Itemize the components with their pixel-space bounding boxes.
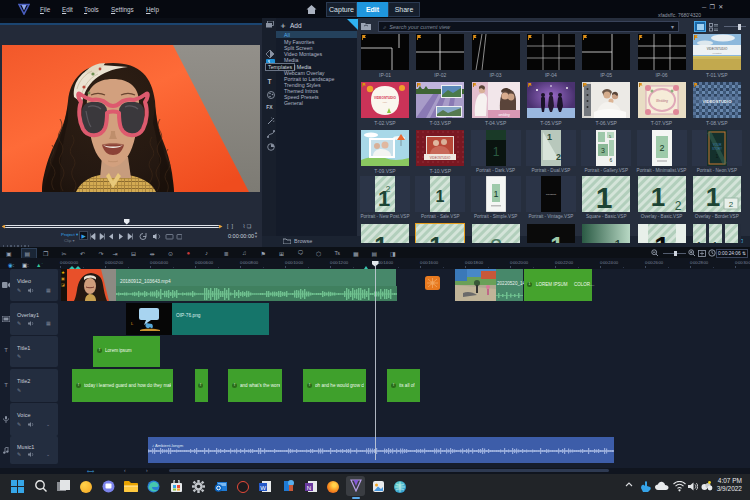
svg-text:1: 1 <box>706 182 720 212</box>
svg-text:VIDEOSTUDIO: VIDEOSTUDIO <box>702 98 732 103</box>
svg-text:2: 2 <box>729 200 734 209</box>
svg-text:2: 2 <box>556 152 561 162</box>
svg-text:wedding: wedding <box>498 112 510 116</box>
svg-text:VIDEOSTUDIO: VIDEOSTUDIO <box>374 96 396 100</box>
svg-text:1: 1 <box>547 132 552 142</box>
svg-text:6: 6 <box>610 157 613 163</box>
svg-text:celebration: celebration <box>712 52 721 54</box>
svg-text:1: 1 <box>493 189 498 199</box>
svg-text:2: 2 <box>489 234 501 244</box>
svg-text:1: 1 <box>695 239 703 244</box>
svg-text:N: N <box>307 485 311 491</box>
svg-text:1: 1 <box>374 232 387 244</box>
svg-text:1: 1 <box>654 231 670 244</box>
svg-text:1: 1 <box>614 237 622 244</box>
svg-text:FlexRem: FlexRem <box>546 193 556 196</box>
svg-text:1: 1 <box>492 145 499 159</box>
svg-text:1: 1 <box>436 188 445 205</box>
svg-text:party: party <box>383 101 387 103</box>
svg-text:STORY: STORY <box>712 147 722 151</box>
svg-text:3: 3 <box>601 147 605 154</box>
svg-text:2: 2 <box>659 143 664 153</box>
svg-text:VIDEOSTUDIO: VIDEOSTUDIO <box>430 155 451 159</box>
svg-text:1: 1 <box>596 181 613 212</box>
svg-text:1: 1 <box>711 239 719 244</box>
svg-text:2: 2 <box>385 184 390 194</box>
svg-text:VIDEOSTUDIO: VIDEOSTUDIO <box>706 47 727 51</box>
svg-text:1: 1 <box>715 153 718 159</box>
svg-text:Wedding: Wedding <box>656 98 668 102</box>
svg-text:2: 2 <box>674 199 681 212</box>
svg-text:1: 1 <box>550 232 563 244</box>
svg-text:W: W <box>260 485 266 491</box>
svg-text:1: 1 <box>650 182 664 212</box>
